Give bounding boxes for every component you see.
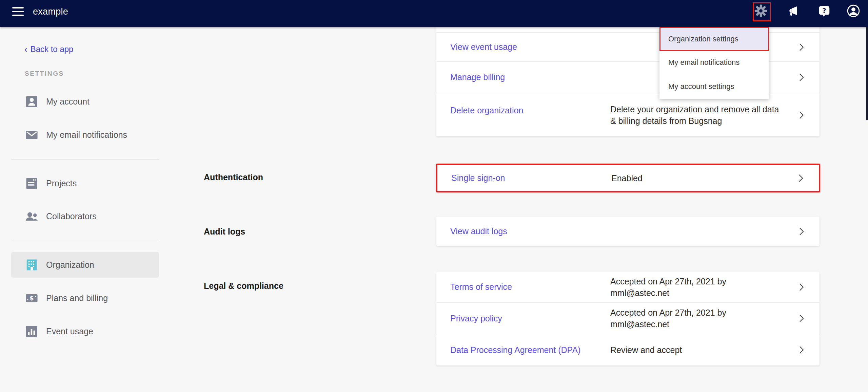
view-audit-logs-link[interactable]: View audit logs — [450, 226, 610, 236]
section-label-legal-compliance: Legal & compliance — [204, 281, 283, 291]
sidebar-divider — [11, 241, 159, 241]
svg-text:?: ? — [823, 7, 826, 14]
person-badge-icon — [25, 95, 39, 109]
menu-item-label: My email notifications — [668, 58, 739, 67]
help-question-icon[interactable]: ? — [817, 4, 831, 18]
single-sign-on-card-annotation-box: Single sign-on Enabled — [436, 164, 820, 192]
dpa-status: Review and accept — [610, 344, 798, 356]
envelope-icon — [25, 128, 39, 142]
sidebar-item-plans-and-billing[interactable]: $ Plans and billing — [11, 285, 159, 311]
dpa-row[interactable]: Data Processing Agreement (DPA) Review a… — [436, 334, 820, 366]
chevron-left-icon: ‹ — [24, 45, 27, 53]
chevron-right-icon — [798, 313, 805, 323]
sidebar-item-event-usage[interactable]: Event usage — [11, 318, 159, 344]
sidebar-item-my-email-notifications[interactable]: My email notifications — [11, 122, 159, 148]
view-event-usage-link[interactable]: View event usage — [450, 42, 610, 52]
sidebar-item-my-account[interactable]: My account — [11, 89, 159, 114]
audit-logs-card: View audit logs — [436, 217, 820, 246]
back-to-app-label: Back to app — [31, 44, 74, 54]
back-to-app-link[interactable]: ‹ Back to app — [24, 44, 73, 54]
sidebar-item-label: Collaborators — [46, 211, 97, 221]
sidebar-item-label: Event usage — [46, 326, 93, 336]
bar-chart-icon — [25, 324, 39, 338]
chevron-right-icon — [798, 345, 805, 355]
dpa-link[interactable]: Data Processing Agreement (DPA) — [450, 345, 610, 355]
bugsnag-organization-settings-page: View event usage Manage billing Delete o… — [0, 0, 868, 392]
sidebar-item-label: My email notifications — [46, 130, 127, 140]
sidebar-item-label: Plans and billing — [46, 293, 108, 303]
menu-item-organization-settings[interactable]: Organization settings — [659, 27, 769, 51]
settings-gear-icon[interactable] — [754, 4, 768, 18]
menu-item-my-account-settings[interactable]: My account settings — [659, 74, 769, 99]
chevron-right-icon — [798, 42, 805, 52]
delete-organization-description: Delete your organization and remove all … — [610, 104, 798, 127]
sidebar-item-organization[interactable]: Organization — [11, 252, 159, 278]
chevron-right-icon — [798, 110, 805, 120]
sidebar-divider — [11, 159, 159, 160]
privacy-policy-status: Accepted on Apr 27th, 2021 by mml@astec.… — [610, 307, 798, 330]
sidebar-section-heading: SETTINGS — [25, 70, 64, 77]
sidebar-item-collaborators[interactable]: Collaborators — [11, 203, 159, 229]
delete-organization-link[interactable]: Delete organization — [450, 106, 610, 115]
terms-of-service-row[interactable]: Terms of service Accepted on Apr 27th, 2… — [436, 272, 820, 303]
section-label-audit-logs: Audit logs — [204, 227, 245, 237]
privacy-policy-row[interactable]: Privacy policy Accepted on Apr 27th, 202… — [436, 303, 820, 334]
dollar-bill-icon: $ — [25, 291, 39, 305]
legal-compliance-card: Terms of service Accepted on Apr 27th, 2… — [436, 272, 820, 366]
view-audit-logs-row[interactable]: View audit logs — [436, 217, 820, 246]
announcements-megaphone-icon[interactable] — [787, 4, 800, 18]
sidebar-item-label: My account — [46, 97, 90, 107]
single-sign-on-row[interactable]: Single sign-on Enabled — [437, 165, 819, 191]
terms-of-service-status: Accepted on Apr 27th, 2021 by mml@astec.… — [610, 276, 798, 299]
menu-item-my-email-notifications[interactable]: My email notifications — [659, 51, 769, 74]
delete-organization-row[interactable]: Delete organization Delete your organiza… — [436, 93, 820, 137]
sidebar-item-projects[interactable]: Projects — [11, 170, 159, 196]
building-icon — [25, 258, 39, 272]
account-avatar-icon[interactable] — [847, 4, 860, 18]
single-sign-on-link[interactable]: Single sign-on — [451, 173, 611, 183]
terms-of-service-link[interactable]: Terms of service — [450, 282, 610, 292]
menu-item-label: My account settings — [668, 82, 734, 91]
people-icon — [25, 209, 39, 223]
chevron-right-icon — [798, 72, 805, 82]
privacy-policy-link[interactable]: Privacy policy — [450, 314, 610, 323]
sso-status-value: Enabled — [611, 172, 797, 184]
top-navigation-bar: example — [0, 0, 868, 27]
settings-dropdown-menu: Organization settings My email notificat… — [659, 27, 769, 99]
menu-item-label: Organization settings — [668, 35, 738, 43]
organization-name: example — [33, 6, 68, 17]
section-label-authentication: Authentication — [204, 172, 263, 182]
scrollbar-thumb[interactable] — [866, 27, 868, 120]
manage-billing-link[interactable]: Manage billing — [450, 72, 610, 82]
svg-text:$: $ — [30, 295, 34, 301]
chevron-right-icon — [798, 226, 805, 237]
sidebar-item-label: Projects — [46, 179, 77, 188]
sidebar-item-label: Organization — [46, 260, 94, 270]
projects-list-icon — [25, 176, 39, 190]
chevron-right-icon — [797, 173, 805, 183]
hamburger-menu-icon[interactable] — [12, 7, 24, 17]
chevron-right-icon — [798, 282, 805, 292]
